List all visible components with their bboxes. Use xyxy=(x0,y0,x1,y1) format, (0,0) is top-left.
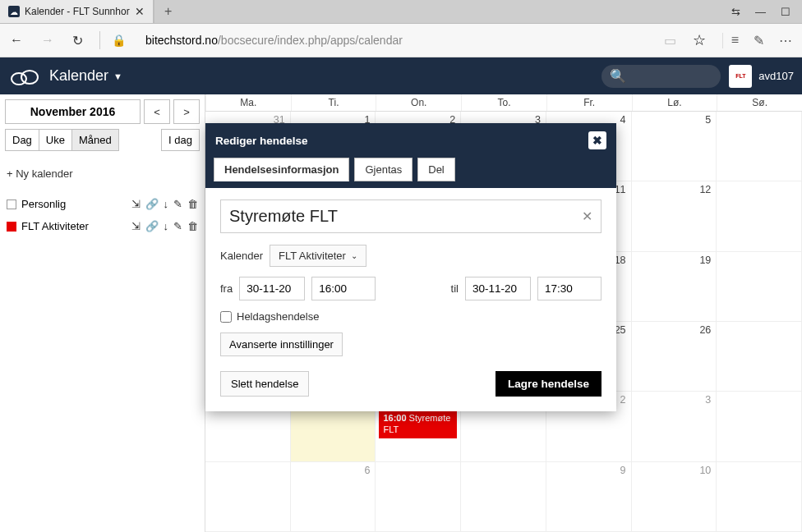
delete-event-button[interactable]: Slett hendelse xyxy=(220,371,309,397)
day-number: 2 xyxy=(620,394,626,406)
day-cell[interactable]: 26 xyxy=(632,322,717,392)
window-controls: ⇆ — ☐ xyxy=(720,0,802,23)
day-header-cell: On. xyxy=(376,94,461,111)
day-cell[interactable] xyxy=(461,462,546,532)
calendar-item-flt[interactable]: FLT Aktiviteter ⇲ 🔗 ↓ ✎ 🗑 xyxy=(5,215,200,237)
view-day-button[interactable]: Dag xyxy=(5,129,39,151)
from-time-input[interactable] xyxy=(311,277,376,300)
color-swatch xyxy=(7,222,16,232)
app-name-label: Kalender xyxy=(49,67,108,85)
day-cell[interactable] xyxy=(717,112,802,181)
forward-icon[interactable]: → xyxy=(41,33,54,48)
to-time-input[interactable] xyxy=(537,277,602,300)
edit-icon[interactable]: ✎ xyxy=(173,198,182,210)
tab-event-info[interactable]: Hendelsesinformasjon xyxy=(214,158,349,181)
day-cell[interactable]: 10 xyxy=(632,462,717,532)
day-cell[interactable] xyxy=(717,181,802,251)
event-title-input[interactable] xyxy=(229,207,582,226)
app-logo[interactable] xyxy=(0,65,49,88)
delete-icon[interactable]: 🗑 xyxy=(187,198,198,210)
cloud-favicon: ☁ xyxy=(8,6,20,17)
prev-month-button[interactable]: < xyxy=(144,99,170,124)
allday-checkbox[interactable]: Heldagshendelse xyxy=(220,310,602,323)
chevron-down-icon: ⌄ xyxy=(351,251,357,260)
new-tab-button[interactable]: + xyxy=(154,0,182,23)
hub-icon[interactable]: ≡ xyxy=(731,33,739,48)
link-icon[interactable]: 🔗 xyxy=(145,198,159,210)
edit-icon[interactable]: ✎ xyxy=(173,220,182,232)
browser-tab[interactable]: ☁ Kalender - FLT Sunnhor ✕ xyxy=(0,0,154,23)
share-icon[interactable]: ⋯ xyxy=(779,33,792,48)
svg-point-1 xyxy=(21,71,38,84)
day-cell[interactable]: 9 xyxy=(546,462,632,532)
view-month-button[interactable]: Måned xyxy=(72,129,119,151)
day-cell[interactable]: 5 xyxy=(632,112,717,181)
sync-icon[interactable]: ⇆ xyxy=(731,6,740,18)
share-icon[interactable]: ⇲ xyxy=(131,220,141,232)
calendar-name: FLT Aktiviteter xyxy=(21,220,89,232)
day-header-cell: Sø. xyxy=(717,94,802,111)
minimize-icon[interactable]: — xyxy=(755,6,766,18)
day-header-cell: Ma. xyxy=(205,94,291,111)
day-cell[interactable] xyxy=(717,462,802,532)
day-number: 3 xyxy=(705,394,711,406)
reading-icon[interactable]: ▭ xyxy=(664,33,676,48)
address-bar[interactable]: bitechstord.no/bocsecure/index.php/apps/… xyxy=(145,34,648,47)
back-icon[interactable]: ← xyxy=(10,33,23,48)
tab-repeat[interactable]: Gjentas xyxy=(354,158,413,181)
day-number: 26 xyxy=(699,324,711,336)
day-cell[interactable]: 19 xyxy=(632,252,717,322)
day-number: 6 xyxy=(364,465,370,476)
day-cell[interactable]: 3 xyxy=(632,392,717,461)
delete-icon[interactable]: 🗑 xyxy=(187,220,198,232)
app-name-dropdown[interactable]: Kalender ▼ xyxy=(49,67,122,85)
day-cell[interactable]: 12 xyxy=(632,181,717,251)
next-month-button[interactable]: > xyxy=(173,99,200,124)
to-date-input[interactable] xyxy=(465,277,531,300)
save-event-button[interactable]: Lagre hendelse xyxy=(495,371,602,397)
share-icon[interactable]: ⇲ xyxy=(131,198,141,210)
tab-title: Kalender - FLT Sunnhor xyxy=(25,6,130,17)
tab-share[interactable]: Del xyxy=(417,158,455,181)
clear-title-icon[interactable]: ✕ xyxy=(582,209,592,224)
calendar-item-personal[interactable]: Personlig ⇲ 🔗 ↓ ✎ 🗑 xyxy=(5,193,200,215)
day-header-cell: Fr. xyxy=(546,94,632,111)
favorite-icon[interactable]: ☆ xyxy=(693,31,706,49)
calendar-select[interactable]: FLT Aktiviteter ⌄ xyxy=(270,245,366,267)
link-icon[interactable]: 🔗 xyxy=(145,220,159,232)
org-badge[interactable]: FLT xyxy=(729,65,752,88)
day-header-cell: Ti. xyxy=(291,94,376,111)
from-date-input[interactable] xyxy=(239,277,305,300)
day-cell[interactable] xyxy=(205,462,291,532)
search-icon: 🔍 xyxy=(610,68,626,84)
close-tab-icon[interactable]: ✕ xyxy=(135,5,145,18)
url-host: bitechstord.no xyxy=(145,34,218,47)
search-input[interactable]: 🔍 xyxy=(602,65,721,88)
day-cell[interactable] xyxy=(717,322,802,392)
new-calendar-button[interactable]: + Ny kalender xyxy=(5,163,200,185)
user-label[interactable]: avd107 xyxy=(758,70,794,82)
day-cell[interactable] xyxy=(717,392,802,461)
allday-checkbox-input[interactable] xyxy=(220,311,232,323)
close-modal-button[interactable]: ✖ xyxy=(588,131,606,149)
browser-toolbar: ← → ↻ 🔒 bitechstord.no/bocsecure/index.p… xyxy=(0,23,802,57)
view-week-button[interactable]: Uke xyxy=(39,129,72,151)
month-label[interactable]: November 2016 xyxy=(5,99,141,124)
day-cell[interactable] xyxy=(717,252,802,322)
download-icon[interactable]: ↓ xyxy=(164,198,169,210)
day-number: 10 xyxy=(699,465,711,476)
from-label: fra xyxy=(220,282,233,295)
note-icon[interactable]: ✎ xyxy=(754,33,764,48)
url-path: /bocsecure/index.php/apps/calendar xyxy=(218,34,403,47)
day-header-cell: Lø. xyxy=(632,94,717,111)
today-button[interactable]: I dag xyxy=(161,129,200,151)
maximize-icon[interactable]: ☐ xyxy=(781,6,790,18)
event-chip[interactable]: 16:00 Styremøte FLT xyxy=(379,410,457,438)
browser-titlebar: ☁ Kalender - FLT Sunnhor ✕ + ⇆ — ☐ xyxy=(0,0,802,23)
download-icon[interactable]: ↓ xyxy=(164,220,169,232)
advanced-settings-button[interactable]: Avanserte innstillinger xyxy=(220,332,343,356)
refresh-icon[interactable]: ↻ xyxy=(72,33,83,48)
day-header-cell: To. xyxy=(461,94,546,111)
day-cell[interactable] xyxy=(376,462,461,532)
day-cell[interactable]: 6 xyxy=(291,462,376,532)
